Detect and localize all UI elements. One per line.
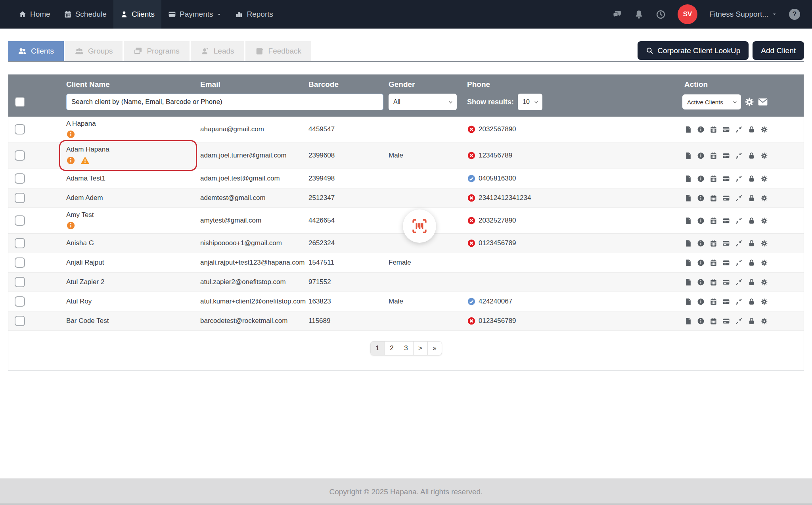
warning-icon[interactable]: [80, 156, 90, 165]
gear-icon[interactable]: [760, 259, 768, 267]
info-circle-icon[interactable]: [697, 217, 705, 225]
info-circle-icon[interactable]: [697, 126, 705, 133]
file-icon[interactable]: [684, 298, 692, 305]
row-checkbox[interactable]: [15, 316, 25, 326]
add-client-button[interactable]: Add Client: [753, 41, 804, 60]
client-name[interactable]: Atul Roy: [66, 298, 92, 305]
file-icon[interactable]: [684, 175, 692, 182]
calendar-icon[interactable]: [710, 194, 717, 202]
credit-card-icon[interactable]: [722, 259, 730, 267]
clock-icon[interactable]: [656, 10, 666, 19]
info-circle-icon[interactable]: [697, 298, 705, 305]
pagination-button[interactable]: »: [427, 341, 442, 355]
calendar-icon[interactable]: [710, 240, 717, 247]
file-icon[interactable]: [684, 259, 692, 267]
barcode-scan-fab[interactable]: [403, 209, 436, 243]
lock-icon[interactable]: [748, 175, 755, 182]
show-results-select[interactable]: 10: [518, 94, 542, 110]
compress-icon[interactable]: [735, 278, 743, 286]
info-circle-icon[interactable]: [697, 278, 705, 286]
credit-card-icon[interactable]: [722, 194, 730, 202]
credit-card-icon[interactable]: [722, 317, 730, 325]
credit-card-icon[interactable]: [722, 217, 730, 225]
select-all-checkbox[interactable]: [15, 97, 25, 107]
compress-icon[interactable]: [735, 194, 743, 202]
avatar[interactable]: SV: [678, 4, 697, 24]
tab-clients[interactable]: Clients: [8, 41, 64, 61]
lock-icon[interactable]: [748, 126, 755, 133]
gear-icon[interactable]: [760, 298, 768, 305]
calendar-icon[interactable]: [710, 317, 717, 325]
corporate-client-lookup-button[interactable]: Corporate Client LookUp: [638, 41, 749, 60]
file-icon[interactable]: [684, 317, 692, 325]
credit-card-icon[interactable]: [722, 278, 730, 286]
info-icon[interactable]: [66, 221, 75, 230]
info-circle-icon[interactable]: [697, 152, 705, 159]
calendar-icon[interactable]: [710, 217, 717, 225]
file-icon[interactable]: [684, 126, 692, 133]
pagination-button[interactable]: 3: [399, 341, 414, 355]
client-status-select[interactable]: Active Clients: [682, 94, 741, 109]
tab-programs[interactable]: Programs: [124, 41, 189, 61]
gear-icon[interactable]: [744, 97, 755, 107]
lock-icon[interactable]: [748, 317, 755, 325]
row-checkbox[interactable]: [15, 238, 25, 248]
compress-icon[interactable]: [735, 152, 743, 159]
compress-icon[interactable]: [735, 217, 743, 225]
compress-icon[interactable]: [735, 175, 743, 182]
info-circle-icon[interactable]: [697, 175, 705, 182]
file-icon[interactable]: [684, 278, 692, 286]
nav-item-home[interactable]: Home: [12, 0, 57, 29]
gear-icon[interactable]: [760, 175, 768, 182]
file-icon[interactable]: [684, 194, 692, 202]
tab-groups[interactable]: Groups: [65, 41, 123, 61]
calendar-icon[interactable]: [710, 298, 717, 305]
lock-icon[interactable]: [748, 194, 755, 202]
pagination-button[interactable]: >: [413, 341, 428, 355]
pagination-button[interactable]: 1: [370, 341, 385, 355]
client-name[interactable]: Anjali Rajput: [66, 259, 104, 267]
lock-icon[interactable]: [748, 152, 755, 159]
gear-icon[interactable]: [760, 194, 768, 202]
credit-card-icon[interactable]: [722, 152, 730, 159]
info-icon[interactable]: [66, 156, 75, 165]
lock-icon[interactable]: [748, 217, 755, 225]
file-icon[interactable]: [684, 152, 692, 159]
client-name[interactable]: Amy Test: [66, 211, 94, 219]
calendar-icon[interactable]: [710, 152, 717, 159]
envelope-icon[interactable]: [758, 97, 768, 107]
gear-icon[interactable]: [760, 217, 768, 225]
info-circle-icon[interactable]: [697, 317, 705, 325]
gear-icon[interactable]: [760, 317, 768, 325]
compress-icon[interactable]: [735, 126, 743, 133]
row-checkbox[interactable]: [15, 124, 25, 134]
pagination-button[interactable]: 2: [385, 341, 399, 355]
lock-icon[interactable]: [748, 259, 755, 267]
client-name[interactable]: Adem Adem: [66, 194, 103, 202]
credit-card-icon[interactable]: [722, 175, 730, 182]
calendar-icon[interactable]: [710, 278, 717, 286]
row-checkbox[interactable]: [15, 150, 25, 161]
file-icon[interactable]: [684, 240, 692, 247]
account-menu[interactable]: Fitness Support...: [709, 10, 777, 19]
help-icon[interactable]: ?: [789, 9, 800, 20]
row-checkbox[interactable]: [15, 173, 25, 184]
lock-icon[interactable]: [748, 278, 755, 286]
row-checkbox[interactable]: [15, 193, 25, 203]
row-checkbox[interactable]: [15, 277, 25, 287]
nav-item-reports[interactable]: Reports: [228, 0, 280, 29]
client-name[interactable]: Adam Hapana: [66, 146, 109, 154]
credit-card-icon[interactable]: [722, 298, 730, 305]
nav-item-clients[interactable]: Clients: [113, 0, 161, 29]
gear-icon[interactable]: [760, 152, 768, 159]
tab-feedback[interactable]: Feedback: [245, 41, 311, 61]
credit-card-icon[interactable]: [722, 240, 730, 247]
row-checkbox[interactable]: [15, 257, 25, 268]
gear-icon[interactable]: [760, 278, 768, 286]
info-icon[interactable]: [66, 130, 75, 139]
nav-item-schedule[interactable]: Schedule: [57, 0, 113, 29]
client-name[interactable]: Anisha G: [66, 239, 94, 247]
info-circle-icon[interactable]: [697, 259, 705, 267]
client-name[interactable]: Adama Test1: [66, 175, 105, 182]
client-name[interactable]: A Hapana: [66, 120, 96, 128]
